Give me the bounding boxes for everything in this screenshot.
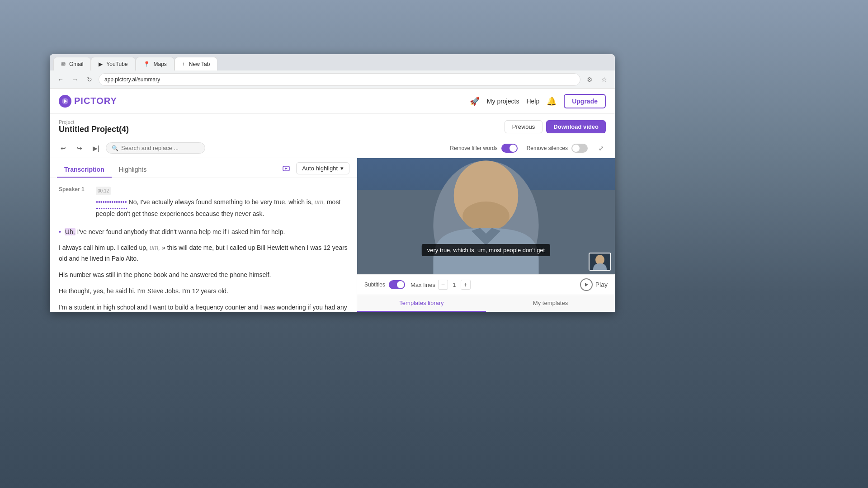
play-button[interactable]: Play bbox=[580, 278, 608, 291]
highlight-uh: Uh, bbox=[65, 228, 75, 235]
subtitles-toggle[interactable] bbox=[389, 280, 405, 289]
newtab-favicon: + bbox=[182, 61, 185, 67]
rocket-icon-button[interactable]: 🚀 bbox=[470, 96, 480, 106]
transcription-panel: Transcription Highlights Auto highlight bbox=[50, 158, 357, 312]
tab-my-templates[interactable]: My templates bbox=[486, 295, 615, 312]
video-svg bbox=[357, 158, 615, 274]
transcript-text-4: His number was still in the phone book a… bbox=[59, 271, 271, 278]
forward-button[interactable]: → bbox=[70, 74, 80, 85]
gmail-favicon: ✉ bbox=[61, 61, 66, 67]
expand-button[interactable]: ⤢ bbox=[595, 142, 608, 155]
templates-bar: Templates library My templates bbox=[357, 295, 615, 312]
tab-bar: Transcription Highlights Auto highlight bbox=[50, 158, 357, 178]
browser-tab-maps[interactable]: 📍 Maps bbox=[136, 57, 175, 70]
previous-button[interactable]: Previous bbox=[505, 120, 543, 133]
tab-group: Transcription Highlights bbox=[57, 162, 154, 178]
app-logo-text: PICTORY bbox=[74, 96, 117, 106]
increase-lines-button[interactable]: + bbox=[461, 280, 471, 290]
project-header: Project Untitled Project(4) Previous Dow… bbox=[50, 114, 615, 138]
maps-tab-label: Maps bbox=[154, 61, 167, 67]
filler-arrow: » bbox=[160, 244, 167, 251]
address-bar[interactable]: app.pictory.ai/summary bbox=[99, 73, 580, 86]
speaker-label: Speaker 1 bbox=[59, 185, 90, 220]
transcript-text-5: He thought, yes, he said hi. I'm Steve J… bbox=[59, 287, 228, 295]
remove-silences-group: Remove silences bbox=[527, 144, 588, 153]
download-video-button[interactable]: Download video bbox=[546, 120, 606, 133]
transcript-text-1a: No, I've actually always found something… bbox=[129, 198, 315, 206]
speaker-block: Speaker 1 00:12 •••••••••••••• No, I've … bbox=[59, 185, 348, 220]
search-box: 🔍 bbox=[106, 142, 205, 154]
highlighted-dots: •••••••••••••• bbox=[96, 197, 127, 209]
bookmark-button[interactable]: ☆ bbox=[599, 74, 609, 85]
newtab-tab-label: New Tab bbox=[189, 61, 210, 67]
remove-silences-label: Remove silences bbox=[527, 145, 568, 151]
transcript-text-6: I'm a student in high school and I want … bbox=[59, 304, 347, 312]
max-lines-label: Max lines bbox=[410, 282, 435, 288]
redo-button[interactable]: ↪ bbox=[73, 142, 86, 155]
auto-highlight-label: Auto highlight bbox=[302, 165, 338, 172]
browser-tab-youtube[interactable]: ▶ YouTube bbox=[91, 57, 135, 70]
transcript-text-3a: I always call him up. I called up, bbox=[59, 244, 150, 251]
reload-button[interactable]: ↻ bbox=[84, 74, 95, 85]
help-button[interactable]: Help bbox=[526, 98, 539, 105]
nav-actions: 🚀 My projects Help 🔔 Upgrade bbox=[470, 94, 606, 108]
project-title: Untitled Project(4) bbox=[59, 125, 129, 134]
tab-templates-library[interactable]: Templates library bbox=[357, 295, 486, 312]
filler-toggle[interactable] bbox=[501, 144, 518, 153]
video-container: very true, which is, um, most people don… bbox=[357, 158, 615, 274]
svg-point-7 bbox=[462, 202, 509, 231]
logo-area: PICTORY bbox=[59, 95, 117, 108]
undo-button[interactable]: ↩ bbox=[57, 142, 70, 155]
clip-icon-button[interactable] bbox=[279, 161, 293, 176]
remove-filler-group: Remove filler words bbox=[450, 144, 517, 153]
subtitles-toggle-row: Subtitles bbox=[364, 280, 405, 289]
tab-highlights[interactable]: Highlights bbox=[112, 162, 154, 178]
transcript-text-2: I've never found anybody that didn't wan… bbox=[77, 228, 285, 235]
project-breadcrumb: Project bbox=[59, 119, 129, 125]
pip-thumbnail bbox=[589, 253, 611, 271]
silences-toggle[interactable] bbox=[571, 144, 588, 153]
upgrade-button[interactable]: Upgrade bbox=[564, 94, 606, 108]
search-input[interactable] bbox=[121, 145, 199, 151]
filler-word-um-2: um, bbox=[150, 244, 160, 251]
play-label: Play bbox=[595, 281, 608, 288]
editor-main: Transcription Highlights Auto highlight bbox=[50, 158, 615, 312]
video-controls: Subtitles Max lines − 1 + bbox=[357, 274, 615, 295]
browser-toolbar: ← → ↻ app.pictory.ai/summary ⚙ ☆ bbox=[50, 70, 615, 89]
video-panel: very true, which is, um, most people don… bbox=[357, 158, 615, 312]
browser-tab-gmail[interactable]: ✉ Gmail bbox=[53, 57, 91, 70]
address-text: app.pictory.ai/summary bbox=[104, 76, 160, 83]
back-button[interactable]: ← bbox=[55, 74, 66, 85]
gmail-tab-label: Gmail bbox=[69, 61, 83, 67]
auto-highlight-button[interactable]: Auto highlight ▾ bbox=[296, 162, 349, 174]
my-projects-button[interactable]: My projects bbox=[487, 98, 519, 105]
transcript-para-5: He thought, yes, he said hi. I'm Steve J… bbox=[59, 286, 348, 297]
app-content: PICTORY 🚀 My projects Help 🔔 Upgrade Pro… bbox=[50, 89, 615, 312]
transcript-para-4: His number was still in the phone book a… bbox=[59, 270, 348, 281]
logo-icon bbox=[59, 95, 71, 108]
transcription-content[interactable]: Speaker 1 00:12 •••••••••••••• No, I've … bbox=[50, 178, 357, 312]
remove-filler-label: Remove filler words bbox=[450, 145, 497, 151]
search-icon: 🔍 bbox=[112, 145, 118, 151]
svg-point-9 bbox=[595, 255, 604, 265]
forward-skip-button[interactable]: ▶| bbox=[90, 142, 102, 155]
subtitle-overlay: very true, which is, um, most people don… bbox=[422, 244, 550, 256]
extensions-button[interactable]: ⚙ bbox=[584, 74, 595, 85]
notifications-button[interactable]: 🔔 bbox=[547, 96, 557, 106]
transcript-para-2: • Uh, I've never found anybody that didn… bbox=[59, 227, 348, 238]
youtube-tab-label: YouTube bbox=[106, 61, 127, 67]
decrease-lines-button[interactable]: − bbox=[438, 280, 448, 290]
bullet-icon-1: • bbox=[59, 228, 61, 235]
editor-toolbar: ↩ ↪ ▶| 🔍 Remove filler words Remove sile… bbox=[50, 138, 615, 158]
transcript-para-6: I'm a student in high school and I want … bbox=[59, 302, 348, 312]
transcript-para-3: I always call him up. I called up, um, »… bbox=[59, 243, 348, 264]
browser-tabs: ✉ Gmail ▶ YouTube 📍 Maps + New Tab bbox=[50, 54, 615, 70]
max-lines-value: 1 bbox=[451, 282, 458, 288]
video-display: very true, which is, um, most people don… bbox=[357, 158, 615, 274]
play-icon bbox=[580, 278, 593, 291]
dropdown-arrow-icon: ▾ bbox=[340, 165, 344, 172]
filler-word-um-1: um, bbox=[315, 198, 325, 206]
browser-tab-newtab[interactable]: + New Tab bbox=[175, 57, 218, 70]
subtitles-label: Subtitles bbox=[364, 282, 385, 288]
tab-transcription[interactable]: Transcription bbox=[57, 162, 112, 178]
